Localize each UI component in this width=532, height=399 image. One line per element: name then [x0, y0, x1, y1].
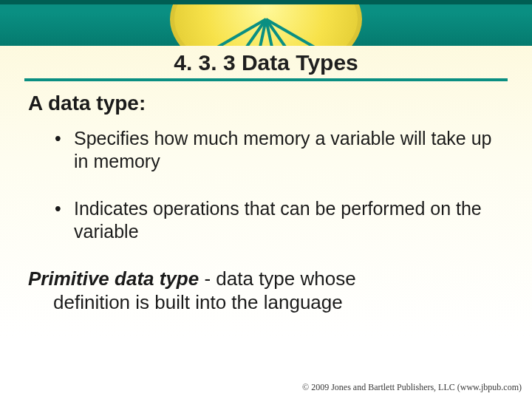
bullet-item: Indicates operations that can be perform… [55, 197, 507, 242]
banner [0, 0, 532, 46]
bullet-list: Specifies how much memory a variable wil… [55, 127, 507, 242]
banner-graphic [170, 0, 362, 46]
definition-separator: - [199, 267, 216, 290]
slide: 4. 3. 3 Data Types A data type: Specifie… [0, 0, 532, 399]
title-area: 4. 3. 3 Data Types [0, 50, 532, 81]
copyright-footer: © 2009 Jones and Bartlett Publishers, LL… [302, 382, 522, 393]
definition: Primitive data type - data type whose de… [28, 267, 507, 314]
definition-term: Primitive data type [28, 267, 199, 290]
definition-body-line1: data type whose [216, 267, 355, 290]
bullet-item: Specifies how much memory a variable wil… [55, 127, 507, 172]
slide-content: A data type: Specifies how much memory a… [28, 92, 507, 314]
definition-body-line2: definition is built into the language [28, 291, 507, 315]
title-underline [24, 78, 508, 81]
subheading: A data type: [28, 92, 507, 115]
slide-title: 4. 3. 3 Data Types [174, 50, 358, 77]
